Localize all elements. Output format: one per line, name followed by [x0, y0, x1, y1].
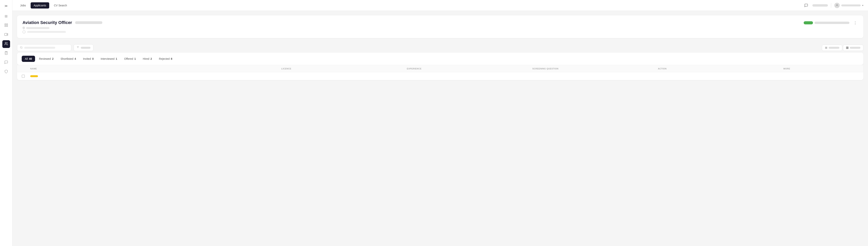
shield-icon — [4, 70, 8, 74]
tab-label: All — [25, 57, 28, 60]
sidebar-item-applicants[interactable] — [2, 40, 10, 48]
svg-point-12 — [20, 46, 22, 48]
tab-label: Reviewed — [39, 57, 51, 60]
list-view-label — [829, 47, 839, 49]
tab-invited[interactable]: Invited 0 — [80, 56, 97, 62]
status-active-indicator — [804, 21, 813, 24]
filters-bar — [17, 41, 863, 52]
job-title: Aviation Security Officer — [23, 20, 72, 25]
tab-label: Offered — [124, 57, 133, 60]
filter-icon — [76, 46, 79, 49]
th-checkbox — [22, 68, 30, 70]
page-content: Aviation Security Officer — [12, 11, 868, 246]
row-checkbox-cell — [22, 75, 30, 78]
tab-interviewed[interactable]: Interviewed 1 — [97, 56, 120, 62]
tab-label: Invited — [83, 57, 91, 60]
tabs-row: All 40Reviewed 2Shortlisted 4Invited 0In… — [22, 52, 859, 65]
job-title-extra-bar — [75, 21, 102, 24]
people-icon — [4, 42, 8, 46]
nav-user-menu[interactable]: ▾ — [834, 3, 863, 8]
job-right-actions: ⋮ — [804, 20, 858, 26]
th-action: ACTION — [658, 68, 783, 70]
job-header: Aviation Security Officer — [23, 20, 858, 29]
svg-marker-5 — [7, 33, 8, 35]
tab-label: Rejected — [159, 57, 169, 60]
tab-shortlisted[interactable]: Shortlisted 4 — [57, 56, 79, 62]
tab-label: Shortlisted — [60, 57, 73, 60]
tab-count: 2 — [151, 57, 152, 60]
team-icon — [4, 23, 8, 28]
row-name-placeholder — [30, 75, 38, 77]
info-icon: i — [23, 30, 26, 33]
job-info-row: i — [23, 30, 858, 33]
avatar — [834, 3, 840, 8]
tab-count: 8 — [171, 57, 173, 60]
tab-all[interactable]: All 40 — [22, 56, 35, 62]
top-navigation: Jobs Applicants CV Search ▾ — [12, 0, 868, 11]
tab-count: 4 — [74, 57, 76, 60]
search-icon — [20, 46, 23, 49]
svg-rect-2 — [5, 25, 6, 27]
svg-rect-20 — [846, 46, 847, 49]
sidebar-item-security[interactable] — [2, 68, 10, 76]
tab-hired[interactable]: Hired 2 — [140, 56, 155, 62]
list-view-button[interactable] — [822, 45, 842, 51]
tab-label: Interviewed — [100, 57, 115, 60]
tab-jobs[interactable]: Jobs — [17, 2, 29, 8]
sidebar-item-video[interactable] — [2, 31, 10, 39]
row-checkbox[interactable] — [22, 75, 25, 78]
svg-rect-3 — [6, 25, 7, 27]
nav-user-name-placeholder — [841, 4, 861, 6]
tab-count: 2 — [52, 57, 54, 60]
tab-cv-search[interactable]: CV Search — [51, 2, 70, 8]
sidebar-item-tasks[interactable] — [2, 49, 10, 57]
nav-divider — [831, 3, 831, 8]
main-content: Jobs Applicants CV Search ▾ — [12, 0, 868, 246]
search-box[interactable] — [17, 44, 71, 51]
svg-rect-0 — [5, 24, 6, 25]
tab-count: 1 — [134, 57, 136, 60]
clipboard-icon — [4, 51, 8, 56]
chevron-down-icon: ▾ — [862, 4, 863, 7]
svg-rect-22 — [848, 46, 848, 49]
sidebar-item-dashboard[interactable]: ⊞ — [2, 12, 10, 20]
svg-rect-21 — [847, 46, 848, 49]
th-experience: EXPERIENCE — [407, 68, 532, 70]
job-more-button[interactable]: ⋮ — [852, 20, 858, 26]
kanban-view-label — [850, 47, 861, 49]
sidebar-item-messages[interactable] — [2, 59, 10, 67]
applicants-table: NAMELICENCEEXPERIENCESCREENING QUESTIONA… — [17, 65, 863, 80]
job-status-badge — [804, 21, 849, 24]
applicant-tabs: All 40Reviewed 2Shortlisted 4Invited 0In… — [17, 52, 863, 65]
sidebar: ≫ ⊞ — [0, 0, 12, 246]
th-licence: LICENCE — [281, 68, 407, 70]
table-header: NAMELICENCEEXPERIENCESCREENING QUESTIONA… — [17, 65, 863, 72]
tab-reviewed[interactable]: Reviewed 2 — [36, 56, 57, 62]
svg-line-13 — [22, 48, 23, 48]
view-toggle — [822, 45, 863, 51]
table-row — [17, 72, 863, 80]
nav-username-placeholder — [812, 4, 828, 7]
chevron-right-icon: ≫ — [4, 4, 8, 8]
tab-count: 40 — [29, 57, 32, 60]
kanban-view-button[interactable] — [843, 45, 863, 51]
filter-button[interactable] — [73, 44, 93, 51]
tab-rejected[interactable]: Rejected 8 — [156, 56, 175, 62]
job-card: Aviation Security Officer — [17, 15, 863, 38]
nav-right-area: ▾ — [803, 2, 863, 8]
video-icon — [4, 33, 8, 37]
sidebar-item-team[interactable] — [2, 22, 10, 29]
svg-rect-1 — [6, 24, 7, 25]
tab-offered[interactable]: Offered 1 — [121, 56, 139, 62]
filter-label — [81, 47, 91, 49]
svg-point-6 — [5, 42, 6, 43]
th-name: NAME — [30, 68, 281, 70]
sidebar-toggle[interactable]: ≫ — [3, 2, 10, 9]
svg-point-11 — [24, 28, 24, 28]
job-location — [23, 27, 102, 29]
tab-label: Hired — [143, 57, 149, 60]
job-info-bar — [27, 31, 66, 33]
chat-icon-button[interactable] — [803, 2, 809, 8]
tab-applicants[interactable]: Applicants — [31, 2, 50, 8]
job-status-bar — [814, 22, 849, 24]
